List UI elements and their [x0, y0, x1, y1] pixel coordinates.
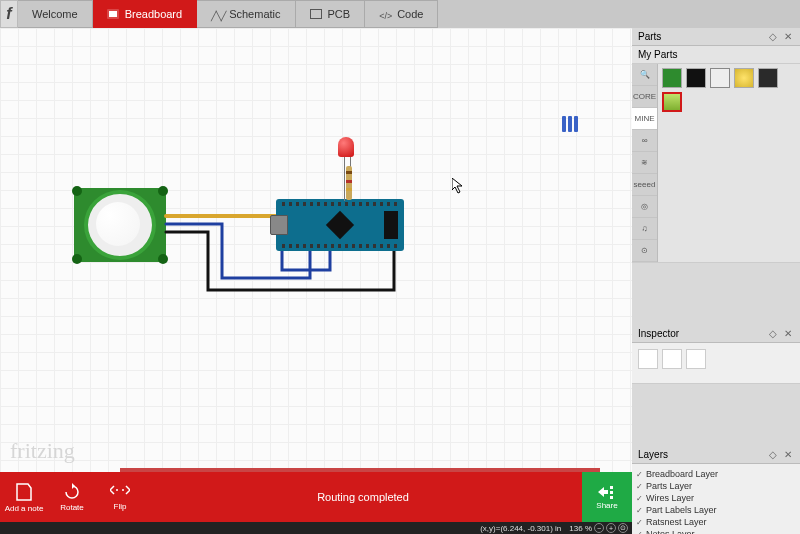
- parts-cat-arduino[interactable]: ∞: [632, 130, 657, 152]
- tab-pcb[interactable]: PCB: [296, 0, 366, 28]
- pcb-icon: [310, 9, 322, 19]
- part-arduino-nano[interactable]: [276, 199, 404, 251]
- parts-cat-mine[interactable]: MINE: [632, 108, 657, 130]
- part-thumb[interactable]: [710, 68, 730, 88]
- bottom-toolbar: Add a note Rotate Flip Routing completed…: [0, 472, 632, 522]
- routing-status: Routing completed: [144, 491, 582, 503]
- zoom-fit-button[interactable]: ⊙: [618, 523, 628, 533]
- inspector-panel-header[interactable]: Inspector◇ ✕: [632, 325, 800, 343]
- part-thumb[interactable]: [662, 68, 682, 88]
- flip-icon: [110, 484, 130, 500]
- code-icon: [379, 9, 391, 19]
- parts-panel-header[interactable]: Parts◇ ✕: [632, 28, 800, 46]
- parts-cat-core[interactable]: CORE: [632, 86, 657, 108]
- tab-breadboard[interactable]: Breadboard: [93, 0, 198, 28]
- flip-button[interactable]: Flip: [96, 472, 144, 522]
- inspector-swatch[interactable]: [686, 349, 706, 369]
- breadboard-canvas[interactable]: fritzing: [0, 28, 632, 472]
- svg-rect-2: [610, 486, 613, 489]
- parts-cat-audio[interactable]: ♫: [632, 218, 657, 240]
- parts-cat-seeed[interactable]: seeed: [632, 174, 657, 196]
- inspector-swatch[interactable]: [638, 349, 658, 369]
- parts-cat-other[interactable]: ⊙: [632, 240, 657, 262]
- parts-category-strip[interactable]: 🔍 CORE MINE ∞ ≋ seeed ◎ ♫ ⊙: [632, 64, 658, 262]
- layer-item[interactable]: Ratsnest Layer: [634, 516, 798, 528]
- inspector-swatch[interactable]: [662, 349, 682, 369]
- note-icon: [15, 482, 33, 502]
- svg-rect-4: [610, 496, 613, 499]
- part-thumb-selected[interactable]: [662, 92, 682, 112]
- zoom-out-button[interactable]: −: [594, 523, 604, 533]
- part-resistor[interactable]: [346, 166, 352, 200]
- parts-cat-search[interactable]: 🔍: [632, 64, 657, 86]
- zoom-in-button[interactable]: +: [606, 523, 616, 533]
- parts-cat-sparkfun[interactable]: ≋: [632, 152, 657, 174]
- tab-welcome[interactable]: Welcome: [18, 0, 93, 28]
- share-icon: [598, 485, 616, 499]
- part-thumb[interactable]: [734, 68, 754, 88]
- layer-item[interactable]: Breadboard Layer: [634, 468, 798, 480]
- inspector-body: [632, 343, 800, 383]
- layer-item[interactable]: Wires Layer: [634, 492, 798, 504]
- coords-readout: (x,y)=(6.244, -0.301) in: [480, 524, 561, 533]
- panel-controls-icon[interactable]: ◇ ✕: [769, 449, 794, 460]
- part-thumb[interactable]: [686, 68, 706, 88]
- part-pin-header[interactable]: [562, 116, 578, 132]
- tab-code[interactable]: Code: [365, 0, 438, 28]
- breadboard-icon: [107, 9, 119, 19]
- share-button[interactable]: Share: [582, 472, 632, 522]
- rotate-button[interactable]: Rotate: [48, 472, 96, 522]
- panel-controls-icon[interactable]: ◇ ✕: [769, 328, 794, 339]
- layer-item[interactable]: Parts Layer: [634, 480, 798, 492]
- zoom-level: 136 %: [569, 524, 592, 533]
- add-note-button[interactable]: Add a note: [0, 472, 48, 522]
- part-thumb[interactable]: [758, 68, 778, 88]
- layer-item[interactable]: Notes Layer: [634, 528, 798, 534]
- svg-rect-3: [610, 491, 613, 494]
- schematic-icon: [211, 9, 223, 19]
- layers-panel-header[interactable]: Layers◇ ✕: [632, 446, 800, 464]
- layers-list: Breadboard Layer Parts Layer Wires Layer…: [632, 464, 800, 534]
- rotate-icon: [63, 483, 81, 501]
- panel-controls-icon[interactable]: ◇ ✕: [769, 31, 794, 42]
- svg-point-0: [116, 489, 118, 491]
- svg-point-1: [122, 489, 124, 491]
- parts-bin-label: My Parts: [632, 46, 800, 64]
- status-bar: (x,y)=(6.244, -0.301) in 136 % − + ⊙: [0, 522, 632, 534]
- cursor-icon: [452, 178, 464, 194]
- parts-cat-generic[interactable]: ◎: [632, 196, 657, 218]
- app-logo: f: [0, 0, 18, 28]
- part-led-red[interactable]: [338, 137, 354, 157]
- tab-schematic[interactable]: Schematic: [197, 0, 295, 28]
- watermark: fritzing: [10, 438, 75, 464]
- layer-item[interactable]: Part Labels Layer: [634, 504, 798, 516]
